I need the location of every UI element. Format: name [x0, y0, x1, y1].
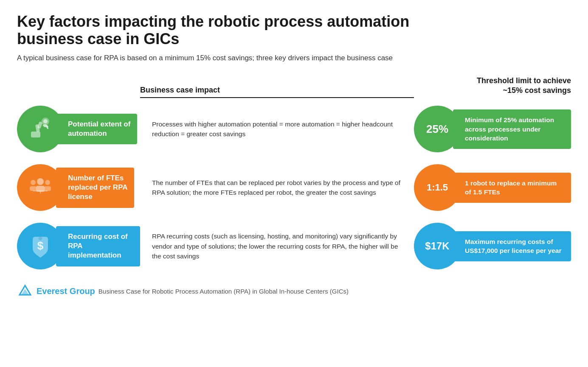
cost-icon: $: [28, 233, 53, 259]
right-block-automation: 25% Minimum of 25% automation across pro…: [414, 106, 571, 152]
right-label-automation: Minimum of 25% automation across process…: [453, 109, 571, 149]
svg-point-5: [37, 178, 44, 185]
circle-icon-automation: [17, 106, 64, 152]
footer: Everest Group Business Case for Robotic …: [17, 283, 571, 299]
circle-icon-cost: $: [17, 223, 64, 269]
right-label-ftes: 1 robot to replace a minimum of 1.5 FTEs: [453, 173, 571, 203]
svg-point-15: [39, 237, 42, 240]
svg-rect-8: [30, 186, 37, 191]
right-circle-cost: $17K: [414, 223, 461, 269]
svg-rect-2: [31, 132, 40, 137]
label-box-cost: Recurring cost of RPA implementation: [56, 226, 140, 266]
right-circle-automation: 25%: [414, 106, 461, 152]
circle-icon-ftes: [17, 164, 64, 211]
factor-row-ftes: Number of FTEs replaced per RPA license …: [17, 164, 571, 211]
svg-text:$: $: [37, 239, 44, 252]
page-container: Key factors impacting the robotic proces…: [17, 13, 571, 299]
right-block-ftes: 1:1.5 1 robot to replace a minimum of 1.…: [414, 164, 571, 211]
robot-arm-icon: [28, 116, 53, 142]
arrow-label-ftes: Number of FTEs replaced per RPA license: [56, 168, 134, 207]
svg-point-9: [45, 180, 50, 185]
footer-caption: Business Case for Robotic Process Automa…: [98, 288, 349, 295]
label-box-ftes: Number of FTEs replaced per RPA license: [56, 168, 134, 207]
label-box-automation: Potential extent of automation: [56, 114, 137, 144]
column-headers: Business case impact Threshold limit to …: [17, 76, 571, 98]
right-circle-ftes: 1:1.5: [414, 164, 461, 211]
factor-row-automation: Potential extent of automation Processes…: [17, 106, 571, 152]
svg-rect-10: [44, 186, 51, 191]
arrow-label-cost: Recurring cost of RPA implementation: [56, 226, 140, 266]
everest-logo-icon: [17, 283, 33, 299]
right-label-cost: Maximum recurring costs of US$17,000 per…: [453, 231, 571, 261]
impact-text-cost: RPA recurring costs (such as licensing, …: [140, 231, 414, 261]
left-block-ftes: Number of FTEs replaced per RPA license: [17, 164, 140, 211]
arrow-label-automation: Potential extent of automation: [56, 114, 137, 144]
svg-point-7: [31, 180, 36, 185]
subtitle: A typical business case for RPA is based…: [17, 53, 571, 63]
col-header-impact: Business case impact: [140, 86, 414, 98]
factors-container: Potential extent of automation Processes…: [17, 106, 571, 269]
main-title: Key factors impacting the robotic proces…: [17, 13, 571, 48]
people-icon: [28, 175, 53, 200]
impact-text-ftes: The number of FTEs that can be replaced …: [140, 178, 414, 198]
left-block-automation: Potential extent of automation: [17, 106, 140, 152]
left-block-cost: $ Recurring cost of RPA implementation: [17, 223, 140, 269]
impact-text-automation: Processes with higher automation potenti…: [140, 119, 414, 139]
footer-logo: Everest Group: [17, 283, 95, 299]
footer-brand: Everest Group: [37, 286, 95, 296]
col-header-threshold: Threshold limit to achieve ~15% cost sav…: [414, 76, 571, 98]
svg-point-1: [43, 119, 48, 123]
right-block-cost: $17K Maximum recurring costs of US$17,00…: [414, 223, 571, 269]
factor-row-cost: $ Recurring cost of RPA implementation R…: [17, 223, 571, 269]
